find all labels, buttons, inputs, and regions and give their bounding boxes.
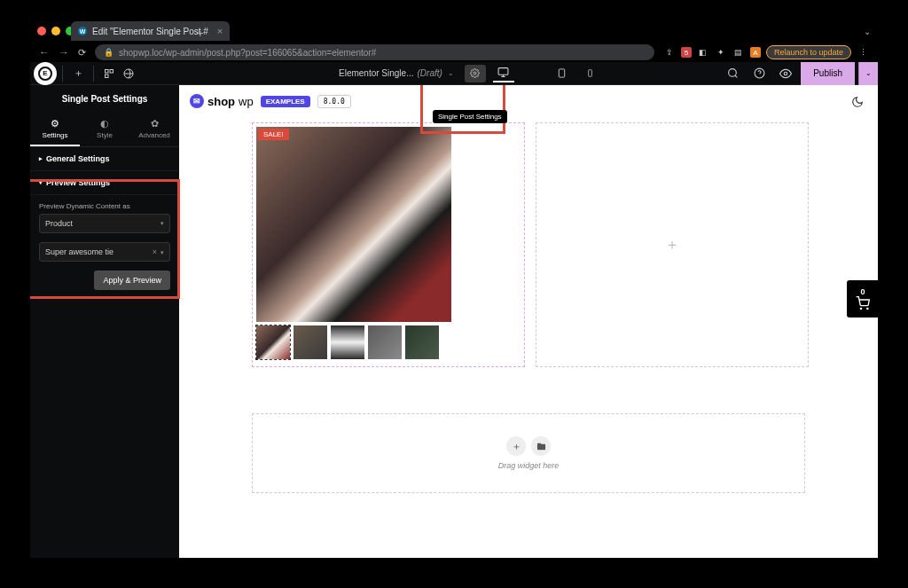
reader-icon[interactable]: ▤ (732, 46, 745, 59)
cart-button[interactable]: 0 (847, 280, 878, 318)
general-settings-header[interactable]: ▸ General Settings (30, 147, 179, 171)
finder-icon[interactable] (721, 66, 744, 82)
toolbar-center: Elementor Single... (Draft) ⌄ (179, 65, 721, 82)
tab-advanced[interactable]: ✿ Advanced (129, 113, 179, 146)
sidebar-panel: Single Post Settings ⚙ Settings ◐ Style … (30, 85, 179, 558)
cart-count: 0 (860, 287, 865, 296)
page-settings-button[interactable] (465, 65, 486, 82)
browser-tab[interactable]: W Edit "Elementor Single Post # × (71, 21, 230, 41)
browser-url-row: ← → ⟳ 🔒 shopwp.loc/wp-admin/post.php?pos… (30, 43, 878, 62)
top-toolbar: E ＋ Elementor Single... (Draft) ⌄ (30, 62, 878, 85)
main-area: Single Post Settings Single Post Setting… (30, 85, 878, 558)
tab-style[interactable]: ◐ Style (80, 113, 129, 146)
close-window[interactable] (37, 27, 46, 35)
browser-menu-icon[interactable]: ⋮ (857, 46, 869, 59)
reload-button[interactable]: ⟳ (78, 47, 86, 59)
thumbnail-3[interactable] (331, 325, 364, 359)
chevron-down-icon: ▾ (160, 249, 164, 255)
add-element-button[interactable]: ＋ (68, 67, 88, 80)
dark-mode-toggle[interactable] (851, 96, 864, 108)
dropzone-icons: ＋ (506, 436, 551, 456)
url-bar[interactable]: 🔒 shopwp.loc/wp-admin/post.php?post=1660… (95, 44, 654, 60)
sidebar-tabs: ⚙ Settings ◐ Style ✿ Advanced (30, 113, 179, 147)
examples-badge: EXAMPLES (261, 96, 310, 107)
close-tab-icon[interactable]: × (217, 26, 223, 36)
extension-icon[interactable]: ◧ (697, 46, 709, 59)
preview-settings-header[interactable]: ▾ Preview Settings (30, 171, 179, 195)
desktop-view-button[interactable] (493, 65, 514, 82)
sale-badge: SALE! (258, 129, 289, 140)
doc-dropdown-icon[interactable]: ⌄ (448, 69, 454, 77)
svg-rect-5 (498, 68, 508, 75)
tablet-view-button[interactable] (552, 65, 573, 82)
publish-button[interactable]: Publish (801, 62, 855, 85)
thumbnail-1[interactable] (256, 325, 290, 359)
preview-settings-body: Preview Dynamic Content as Product ▾ Sup… (30, 195, 179, 297)
contrast-icon: ◐ (80, 118, 129, 129)
help-icon[interactable] (748, 66, 771, 82)
extensions-menu-icon[interactable]: ✦ (715, 46, 727, 59)
section-label: General Settings (46, 154, 110, 163)
cart-icon (856, 296, 870, 310)
caret-down-icon: ▾ (39, 179, 43, 186)
tab-title: Edit "Elementor Single Post # (92, 27, 208, 36)
url-text: shopwp.loc/wp-admin/post.php?post=166065… (119, 48, 376, 58)
widget-drop-zone[interactable]: ＋ Drag widget here (252, 413, 805, 493)
svg-point-11 (860, 308, 861, 309)
browser-actions: ⇪ 5 ◧ ✦ ▤ A Relaunch to update ⋮ (663, 45, 869, 59)
site-settings-icon[interactable] (119, 68, 138, 79)
product-widget[interactable]: SALE! (252, 122, 525, 367)
svg-rect-0 (106, 69, 109, 73)
svg-rect-1 (110, 69, 114, 73)
mobile-view-button[interactable] (580, 65, 601, 82)
apply-preview-button[interactable]: Apply & Preview (94, 270, 170, 290)
version-badge: 8.0.0 (317, 95, 351, 108)
minimize-window[interactable] (51, 27, 60, 35)
add-icon: ＋ (665, 236, 679, 255)
cog-icon: ✿ (129, 118, 179, 129)
select-value: Super awesome tie (45, 247, 114, 256)
svg-point-8 (728, 69, 736, 77)
structure-icon[interactable] (99, 68, 119, 79)
select-value: Product (45, 219, 73, 228)
product-thumbnails (256, 325, 521, 359)
lock-icon: 🔒 (104, 48, 114, 57)
publish-options-icon[interactable]: ⌄ (858, 62, 878, 85)
svg-rect-6 (560, 69, 565, 77)
window-controls[interactable] (37, 27, 74, 35)
thumbnail-2[interactable] (294, 325, 327, 359)
svg-rect-2 (106, 74, 109, 78)
shopwp-logo[interactable]: ✉ shopwp (190, 94, 254, 108)
forward-button: → (59, 46, 69, 59)
sidebar-title: Single Post Settings (30, 85, 179, 113)
dropzone-text: Drag widget here (498, 461, 560, 470)
draft-status: (Draft) (418, 68, 442, 78)
preview-as-select[interactable]: Product ▾ (39, 214, 170, 233)
relaunch-button[interactable]: Relaunch to update (766, 45, 851, 59)
toolbar-right: Publish ⌄ (721, 62, 878, 85)
thumbnail-5[interactable] (405, 325, 439, 359)
elementor-logo[interactable]: E (34, 62, 57, 85)
elementor-app: E ＋ Elementor Single... (Draft) ⌄ (30, 62, 878, 558)
tab-settings[interactable]: ⚙ Settings (30, 113, 80, 146)
clear-icon[interactable]: × (153, 247, 157, 256)
bookmark-icon[interactable]: ⇪ (663, 46, 676, 59)
brand-wp: wp (239, 95, 254, 108)
back-button[interactable]: ← (39, 46, 50, 59)
folder-icon[interactable] (531, 436, 551, 456)
shopwp-header: ✉ shopwp EXAMPLES 8.0.0 (179, 85, 878, 117)
add-widget-icon[interactable]: ＋ (506, 436, 526, 456)
tab-label: Advanced (138, 131, 170, 139)
profile-badge[interactable]: A (750, 47, 761, 58)
preview-item-select[interactable]: Super awesome tie ×▾ (39, 242, 170, 262)
thumbnail-4[interactable] (368, 325, 402, 359)
empty-column[interactable]: ＋ (536, 122, 809, 367)
new-tab-button[interactable]: + (197, 27, 204, 40)
tab-label: Style (97, 131, 113, 139)
product-main-image[interactable] (256, 127, 451, 322)
tab-dropdown-icon[interactable]: ⌄ (864, 27, 871, 36)
svg-point-10 (784, 72, 787, 75)
document-title: Elementor Single... (339, 68, 414, 78)
extension-badge-5[interactable]: 5 (681, 47, 692, 58)
preview-icon[interactable] (774, 66, 797, 82)
